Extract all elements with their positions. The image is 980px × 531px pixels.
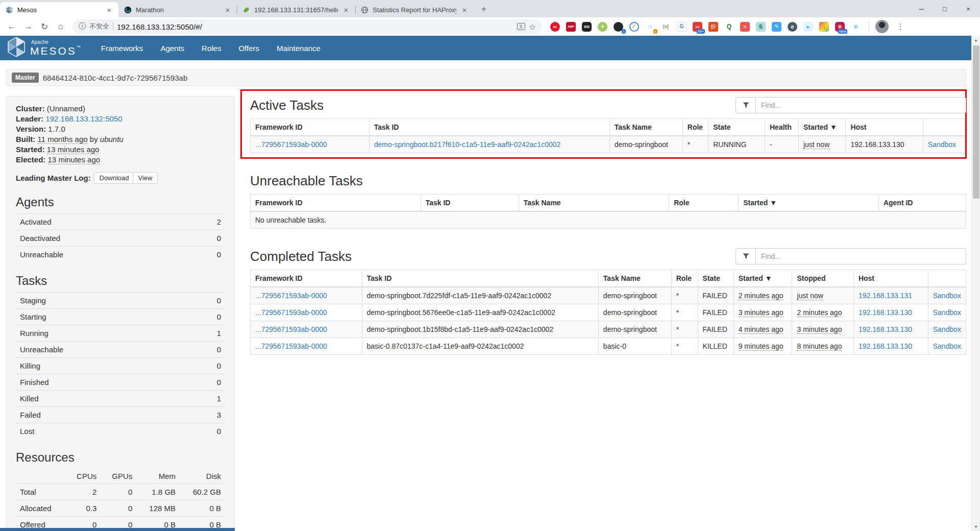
tab-marathon[interactable]: Marathon × — [118, 2, 237, 17]
tab-close-icon[interactable]: × — [460, 6, 469, 14]
page-scrollbar[interactable]: ▲ ▼ — [971, 36, 980, 531]
extension-icon[interactable]: G — [677, 22, 687, 32]
tab-close-icon[interactable]: × — [224, 6, 232, 14]
filter-icon[interactable] — [736, 248, 756, 264]
extension-icon[interactable]: oo 99+ — [693, 22, 702, 32]
translate-icon[interactable]: 文 — [517, 23, 525, 30]
extension-icon[interactable]: e — [788, 22, 797, 32]
framework-id-link[interactable]: ...7295671593ab-0000 — [255, 342, 327, 350]
active-tasks-find-input[interactable] — [756, 97, 966, 113]
navbar-menu-item[interactable]: Maintenance — [277, 44, 321, 53]
site-info-icon[interactable]: ⓘ — [79, 22, 86, 31]
host-link[interactable]: 192.168.133.130 — [859, 308, 912, 317]
column-header[interactable]: Role — [669, 195, 739, 212]
leader-link[interactable]: 192.168.133.132:5050 — [45, 114, 122, 123]
column-header[interactable]: Task ID — [362, 270, 598, 287]
column-header[interactable]: Task ID — [369, 119, 609, 136]
extension-icon[interactable]: ▸ — [803, 22, 813, 32]
navbar-menu-item[interactable]: Offers — [238, 44, 259, 53]
column-header[interactable] — [923, 119, 966, 136]
column-header[interactable]: State — [698, 270, 733, 287]
sandbox-link[interactable]: Sandbox — [933, 342, 961, 350]
column-header[interactable]: Framework ID — [251, 270, 362, 287]
extension-icon[interactable]: ◉ New — [835, 22, 845, 32]
column-header[interactable]: Task ID — [421, 195, 519, 212]
home-button[interactable]: ⌂ — [53, 19, 68, 34]
extension-icon[interactable]: ✓ — [629, 22, 639, 32]
scrollbar-thumb[interactable] — [973, 45, 979, 199]
extension-icon[interactable]: ↓ — [819, 22, 829, 32]
address-bar[interactable]: ⓘ 不安全 192.168.133.132:5050/#/ 文 ☆ — [72, 19, 542, 34]
url-text[interactable]: 192.168.133.132:5050/#/ — [117, 22, 513, 31]
filter-icon[interactable] — [736, 97, 756, 113]
completed-tasks-find-input[interactable] — [756, 248, 966, 264]
tab-close-icon[interactable]: × — [105, 6, 113, 14]
extension-icon[interactable]: oo — [582, 22, 592, 32]
sandbox-link[interactable]: Sandbox — [933, 308, 961, 317]
extension-icon[interactable]: 折 — [708, 22, 718, 32]
sandbox-link[interactable]: Sandbox — [933, 325, 961, 333]
sandbox-link[interactable]: Sandbox — [928, 140, 956, 149]
forward-button[interactable]: → — [20, 19, 36, 34]
column-header[interactable]: Started ▼ — [733, 270, 792, 287]
reload-button[interactable]: ↻ — [37, 19, 52, 34]
extension-icon[interactable]: + — [598, 22, 607, 32]
column-header[interactable]: Host — [853, 270, 928, 287]
column-header[interactable]: Task Name — [519, 195, 669, 212]
tab-haproxy[interactable]: Statistics Report for HAProxy × — [355, 2, 474, 17]
new-tab-button[interactable]: + — [477, 2, 491, 16]
bookmark-star-icon[interactable]: ☆ — [529, 22, 536, 32]
scrollbar-down-arrow-icon[interactable]: ▼ — [972, 522, 980, 531]
tab-springboot[interactable]: 192.168.133.131:31657/hello w × — [237, 2, 355, 17]
version-value: 1.7.0 — [48, 125, 65, 133]
window-minimize-button[interactable]: ─ — [910, 0, 933, 17]
back-button[interactable]: ← — [4, 19, 19, 34]
host-link[interactable]: 192.168.133.130 — [859, 342, 912, 350]
host-link[interactable]: 192.168.133.130 — [859, 325, 912, 333]
extension-icon[interactable]: {≡} — [661, 22, 671, 32]
task-id-link[interactable]: demo-springboot.b217f610-c1a5-11e9-aaf9-… — [374, 140, 561, 149]
column-header[interactable]: State — [708, 119, 765, 136]
host-link[interactable]: 192.168.133.131 — [859, 292, 912, 300]
profile-avatar[interactable] — [875, 20, 889, 33]
navbar-menu-item[interactable]: Frameworks — [101, 44, 143, 53]
column-header[interactable]: Role — [671, 270, 698, 287]
extension-icon[interactable]: Q — [724, 22, 734, 32]
log-view-button[interactable]: View — [133, 172, 158, 184]
column-header[interactable]: Task Name — [598, 270, 671, 287]
column-header[interactable]: Stopped — [792, 270, 853, 287]
extension-icon[interactable]: S — [756, 22, 766, 32]
column-header[interactable] — [928, 270, 966, 287]
column-header[interactable]: Health — [765, 119, 799, 136]
column-header[interactable]: Task Name — [609, 119, 682, 136]
framework-id-link[interactable]: ...7295671593ab-0000 — [255, 140, 327, 149]
column-header[interactable]: Started ▼ — [798, 119, 846, 136]
tab-mesos[interactable]: Mesos × — [0, 2, 118, 17]
extension-icon[interactable]: ABP — [566, 22, 576, 32]
column-header[interactable]: Started ▼ — [739, 195, 879, 212]
column-header[interactable]: Framework ID — [251, 119, 370, 136]
window-close-button[interactable]: × — [957, 0, 980, 17]
extension-icon[interactable]: ✳ — [851, 22, 861, 32]
column-header[interactable]: Role — [682, 119, 708, 136]
extension-icon[interactable]: ≡ — [740, 22, 750, 32]
framework-id-link[interactable]: ...7295671593ab-0000 — [255, 325, 327, 333]
window-maximize-button[interactable]: □ — [933, 0, 957, 17]
scrollbar-up-arrow-icon[interactable]: ▲ — [972, 36, 980, 44]
extension-icon[interactable]: ∞ — [550, 22, 560, 32]
column-header[interactable]: Framework ID — [251, 195, 421, 212]
extension-icon[interactable]: 1 — [614, 22, 623, 32]
tab-close-icon[interactable]: × — [342, 6, 350, 14]
mesos-brand[interactable]: ApacheMESOS™ — [7, 37, 81, 59]
extension-icon[interactable]: ○ 1 — [645, 22, 655, 32]
chrome-menu-icon[interactable]: ⋮ — [894, 20, 907, 33]
sandbox-link[interactable]: Sandbox — [933, 292, 961, 300]
column-header[interactable]: Host — [846, 119, 923, 136]
framework-id-link[interactable]: ...7295671593ab-0000 — [255, 292, 327, 300]
log-download-button[interactable]: Download — [94, 172, 135, 184]
column-header[interactable]: Agent ID — [878, 195, 966, 212]
navbar-menu-item[interactable]: Agents — [160, 44, 184, 53]
navbar-menu-item[interactable]: Roles — [202, 44, 221, 53]
extension-icon[interactable]: ✎ — [772, 22, 781, 32]
framework-id-link[interactable]: ...7295671593ab-0000 — [255, 308, 327, 317]
